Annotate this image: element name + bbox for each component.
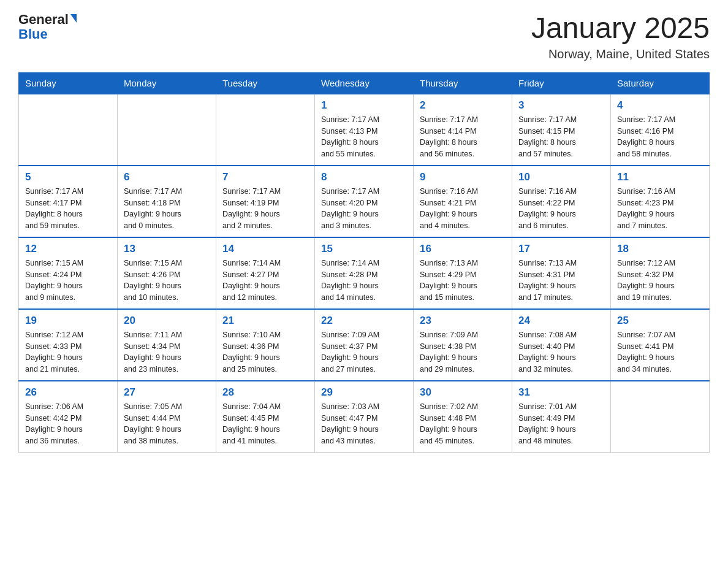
day-number: 3 (518, 99, 604, 112)
day-number: 12 (25, 243, 111, 255)
day-number: 11 (617, 171, 703, 183)
day-info: Sunrise: 7:13 AM Sunset: 4:29 PM Dayligh… (420, 258, 506, 304)
calendar-cell: 2Sunrise: 7:17 AM Sunset: 4:14 PM Daylig… (414, 94, 512, 166)
col-tuesday: Tuesday (216, 72, 315, 94)
calendar-cell: 19Sunrise: 7:12 AM Sunset: 4:33 PM Dayli… (19, 309, 118, 381)
day-number: 23 (420, 315, 506, 327)
calendar-cell: 27Sunrise: 7:05 AM Sunset: 4:44 PM Dayli… (118, 381, 216, 453)
day-number: 22 (321, 315, 407, 327)
col-friday: Friday (512, 72, 611, 94)
calendar-cell: 3Sunrise: 7:17 AM Sunset: 4:15 PM Daylig… (512, 94, 611, 166)
calendar-cell: 6Sunrise: 7:17 AM Sunset: 4:18 PM Daylig… (118, 166, 216, 237)
calendar-cell: 28Sunrise: 7:04 AM Sunset: 4:45 PM Dayli… (216, 381, 315, 453)
calendar-cell: 16Sunrise: 7:13 AM Sunset: 4:29 PM Dayli… (414, 237, 512, 309)
day-number: 19 (25, 315, 111, 327)
header-row: Sunday Monday Tuesday Wednesday Thursday… (19, 72, 710, 94)
day-number: 4 (617, 99, 703, 112)
day-info: Sunrise: 7:17 AM Sunset: 4:16 PM Dayligh… (617, 114, 703, 160)
day-number: 17 (518, 243, 604, 255)
day-info: Sunrise: 7:17 AM Sunset: 4:15 PM Dayligh… (518, 114, 604, 160)
calendar-cell: 9Sunrise: 7:16 AM Sunset: 4:21 PM Daylig… (414, 166, 512, 237)
day-info: Sunrise: 7:10 AM Sunset: 4:36 PM Dayligh… (222, 329, 308, 375)
day-number: 16 (420, 243, 506, 255)
calendar-week-row: 12Sunrise: 7:15 AM Sunset: 4:24 PM Dayli… (19, 237, 710, 309)
calendar-cell: 23Sunrise: 7:09 AM Sunset: 4:38 PM Dayli… (414, 309, 512, 381)
day-info: Sunrise: 7:16 AM Sunset: 4:23 PM Dayligh… (617, 186, 703, 232)
calendar-cell (611, 381, 710, 453)
col-wednesday: Wednesday (315, 72, 414, 94)
logo-blue-text: Blue (18, 27, 48, 42)
day-info: Sunrise: 7:06 AM Sunset: 4:42 PM Dayligh… (25, 401, 111, 447)
day-info: Sunrise: 7:09 AM Sunset: 4:37 PM Dayligh… (321, 329, 407, 375)
day-number: 7 (222, 171, 308, 183)
calendar-cell: 24Sunrise: 7:08 AM Sunset: 4:40 PM Dayli… (512, 309, 611, 381)
day-number: 24 (518, 315, 604, 327)
day-info: Sunrise: 7:14 AM Sunset: 4:27 PM Dayligh… (222, 258, 308, 304)
calendar-cell: 18Sunrise: 7:12 AM Sunset: 4:32 PM Dayli… (611, 237, 710, 309)
day-info: Sunrise: 7:09 AM Sunset: 4:38 PM Dayligh… (420, 329, 506, 375)
day-number: 5 (25, 171, 111, 183)
calendar-week-row: 19Sunrise: 7:12 AM Sunset: 4:33 PM Dayli… (19, 309, 710, 381)
day-info: Sunrise: 7:05 AM Sunset: 4:44 PM Dayligh… (124, 401, 210, 447)
day-number: 30 (420, 386, 506, 399)
calendar-week-row: 1Sunrise: 7:17 AM Sunset: 4:13 PM Daylig… (19, 94, 710, 166)
title-area: January 2025 Norway, Maine, United State… (531, 12, 710, 61)
logo: General Blue (18, 12, 77, 42)
day-info: Sunrise: 7:02 AM Sunset: 4:48 PM Dayligh… (420, 401, 506, 447)
day-number: 31 (518, 386, 604, 399)
calendar-body: 1Sunrise: 7:17 AM Sunset: 4:13 PM Daylig… (19, 94, 710, 453)
calendar-cell: 4Sunrise: 7:17 AM Sunset: 4:16 PM Daylig… (611, 94, 710, 166)
day-number: 15 (321, 243, 407, 255)
col-sunday: Sunday (19, 72, 118, 94)
day-info: Sunrise: 7:15 AM Sunset: 4:24 PM Dayligh… (25, 258, 111, 304)
day-number: 10 (518, 171, 604, 183)
calendar-cell: 26Sunrise: 7:06 AM Sunset: 4:42 PM Dayli… (19, 381, 118, 453)
day-number: 21 (222, 315, 308, 327)
day-info: Sunrise: 7:14 AM Sunset: 4:28 PM Dayligh… (321, 258, 407, 304)
calendar-cell: 10Sunrise: 7:16 AM Sunset: 4:22 PM Dayli… (512, 166, 611, 237)
calendar-cell: 13Sunrise: 7:15 AM Sunset: 4:26 PM Dayli… (118, 237, 216, 309)
day-info: Sunrise: 7:15 AM Sunset: 4:26 PM Dayligh… (124, 258, 210, 304)
location-subtitle: Norway, Maine, United States (531, 47, 710, 61)
day-info: Sunrise: 7:17 AM Sunset: 4:17 PM Dayligh… (25, 186, 111, 232)
calendar-cell: 14Sunrise: 7:14 AM Sunset: 4:27 PM Dayli… (216, 237, 315, 309)
day-info: Sunrise: 7:08 AM Sunset: 4:40 PM Dayligh… (518, 329, 604, 375)
logo-general-text: General (18, 12, 69, 27)
day-info: Sunrise: 7:07 AM Sunset: 4:41 PM Dayligh… (617, 329, 703, 375)
calendar-cell: 31Sunrise: 7:01 AM Sunset: 4:49 PM Dayli… (512, 381, 611, 453)
day-info: Sunrise: 7:13 AM Sunset: 4:31 PM Dayligh… (518, 258, 604, 304)
day-info: Sunrise: 7:03 AM Sunset: 4:47 PM Dayligh… (321, 401, 407, 447)
page-header: General Blue January 2025 Norway, Maine,… (18, 12, 710, 61)
day-number: 28 (222, 386, 308, 399)
calendar-cell: 12Sunrise: 7:15 AM Sunset: 4:24 PM Dayli… (19, 237, 118, 309)
day-number: 2 (420, 99, 506, 112)
calendar-cell: 7Sunrise: 7:17 AM Sunset: 4:19 PM Daylig… (216, 166, 315, 237)
calendar-cell (118, 94, 216, 166)
calendar-cell: 29Sunrise: 7:03 AM Sunset: 4:47 PM Dayli… (315, 381, 414, 453)
day-info: Sunrise: 7:16 AM Sunset: 4:22 PM Dayligh… (518, 186, 604, 232)
day-info: Sunrise: 7:17 AM Sunset: 4:20 PM Dayligh… (321, 186, 407, 232)
day-info: Sunrise: 7:16 AM Sunset: 4:21 PM Dayligh… (420, 186, 506, 232)
day-info: Sunrise: 7:11 AM Sunset: 4:34 PM Dayligh… (124, 329, 210, 375)
calendar-cell: 15Sunrise: 7:14 AM Sunset: 4:28 PM Dayli… (315, 237, 414, 309)
calendar-cell: 20Sunrise: 7:11 AM Sunset: 4:34 PM Dayli… (118, 309, 216, 381)
calendar-header: Sunday Monday Tuesday Wednesday Thursday… (19, 72, 710, 94)
day-info: Sunrise: 7:17 AM Sunset: 4:13 PM Dayligh… (321, 114, 407, 160)
day-info: Sunrise: 7:17 AM Sunset: 4:14 PM Dayligh… (420, 114, 506, 160)
calendar-cell: 21Sunrise: 7:10 AM Sunset: 4:36 PM Dayli… (216, 309, 315, 381)
col-thursday: Thursday (414, 72, 512, 94)
day-number: 20 (124, 315, 210, 327)
calendar-week-row: 5Sunrise: 7:17 AM Sunset: 4:17 PM Daylig… (19, 166, 710, 237)
day-number: 9 (420, 171, 506, 183)
calendar-cell: 17Sunrise: 7:13 AM Sunset: 4:31 PM Dayli… (512, 237, 611, 309)
day-info: Sunrise: 7:17 AM Sunset: 4:18 PM Dayligh… (124, 186, 210, 232)
calendar-table: Sunday Monday Tuesday Wednesday Thursday… (18, 72, 710, 453)
calendar-cell: 22Sunrise: 7:09 AM Sunset: 4:37 PM Dayli… (315, 309, 414, 381)
col-monday: Monday (118, 72, 216, 94)
calendar-cell: 1Sunrise: 7:17 AM Sunset: 4:13 PM Daylig… (315, 94, 414, 166)
calendar-cell: 8Sunrise: 7:17 AM Sunset: 4:20 PM Daylig… (315, 166, 414, 237)
day-info: Sunrise: 7:12 AM Sunset: 4:32 PM Dayligh… (617, 258, 703, 304)
day-number: 25 (617, 315, 703, 327)
calendar-week-row: 26Sunrise: 7:06 AM Sunset: 4:42 PM Dayli… (19, 381, 710, 453)
calendar-cell: 30Sunrise: 7:02 AM Sunset: 4:48 PM Dayli… (414, 381, 512, 453)
